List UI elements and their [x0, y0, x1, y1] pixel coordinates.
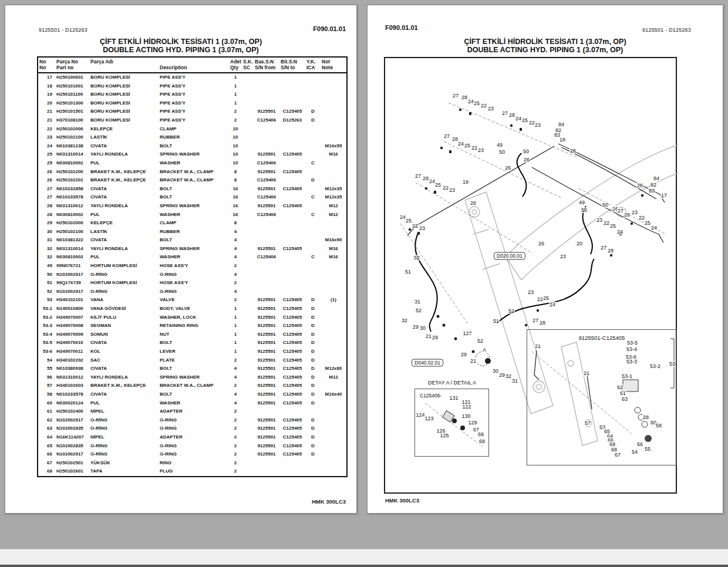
diagram-callout: 63 [621, 396, 628, 402]
col-name-tr: Parça Adı [90, 59, 157, 65]
diagram-callout: 25 [521, 117, 528, 123]
diagram-callout: 50 [581, 207, 588, 213]
diagram-callout: 54 [631, 449, 638, 455]
table-row: 52N102002917O-RİNGO-RING4 [38, 288, 347, 296]
model-footer: HMK 300LC3 [312, 498, 346, 505]
table-row: 32N031310014YAYLI RONDELASPRING WASHER49… [38, 245, 347, 254]
diagram-callout: 52 [413, 255, 420, 261]
col-sc-en: SC [243, 65, 252, 70]
diagram-callout: 51 [493, 318, 500, 324]
table-row: 53-2H349070007KİLİT PULUWASHER, LOCK1912… [38, 313, 347, 322]
diagram-ref-label: D040.02.01 [412, 359, 443, 367]
diagram-callout: 53-5 [626, 340, 638, 346]
col-note-tr: Not [322, 59, 345, 65]
diagram-callout: 55 [644, 446, 651, 452]
table-row: 60N030020124PULWASHER49125501C125405D [38, 399, 347, 408]
table-row: 28N030810002PULWASHER16C125406CM12 [38, 211, 347, 220]
col-to-en: S/N to [281, 65, 304, 70]
table-row: 66N102002917O-RİNGO-RING29125501C125405D [38, 450, 347, 459]
diagram-callout: 23 [419, 225, 426, 231]
diagram-callout: 23 [527, 289, 534, 295]
pdf-toolbar: ▾ 76.92% ▾ [0, 549, 728, 565]
table-row: 62N102002917O-RİNGO-RING29125501C125405D [38, 416, 347, 425]
table-row: 54H340102202SACPLATE29125501C125405D [38, 356, 347, 365]
col-to-tr: Bit.S.N [281, 59, 304, 65]
diagram-callout: 67 [614, 452, 621, 458]
table-row: 53-3H349070008SEGMANRETAINING RING191255… [38, 322, 347, 330]
col-note-en: Note [322, 65, 345, 70]
diagram-callout: 21 [534, 343, 541, 349]
diagram-callout: 27 [443, 133, 450, 139]
diagram-callout: 23 [631, 210, 638, 215]
table-row: 27N010232858CIVATABOLT169125501C125405M1… [38, 185, 347, 194]
col-from-en: S/N from [255, 65, 278, 70]
diagram-callout: 23 [487, 106, 494, 112]
table-row: 67H250102501YÜKSÜKRING2 [38, 459, 347, 468]
diagram-callout: 22 [480, 103, 487, 109]
table-row: 25N031310014YAYLI RONDELASPRING WASHER10… [38, 150, 347, 159]
page-title-tr: ÇİFT ETKİLİ HİDROLİK TESİSATI 1 (3.07m, … [5, 38, 356, 46]
diagram-callout: 20 [576, 241, 583, 247]
diagram-callout: 50 [602, 202, 609, 208]
diagram-callout: 30 [419, 325, 426, 331]
table-row: 23H250102100LASTİKRUBBER10 [38, 133, 347, 142]
diagram-callout: 23 [534, 122, 541, 128]
table-row: 57H340102603BRAKET K.M., KELEPÇEBRACKET … [38, 382, 347, 390]
table-row: 26H250102200BRAKET K.M., KELEPÇEBRACKET … [38, 168, 347, 177]
diagram-callout: 25 [434, 182, 441, 188]
table-row: 53-6H349070011KOLLEVER19125501C125405D [38, 347, 347, 356]
diagram-callout: 31 [511, 378, 518, 384]
diagram-callout: 22 [537, 296, 544, 302]
diagram-callout: 26 [538, 241, 545, 247]
detail-a-title: DETAY A / DETAIL A [428, 380, 476, 386]
table-row: 50N102002917O-RİNGO-RING4 [38, 271, 347, 279]
parts-table-body: 17H250100601BORU KOMPLESİPIPE ASS'Y118H2… [38, 73, 347, 477]
table-row: 19H250101100BORU KOMPLESİPIPE ASS'Y1 [38, 90, 347, 99]
diagram-callout: 127 [462, 330, 472, 336]
diagram-callout: 68 [478, 438, 486, 444]
table-row: 21H250101501BORU KOMPLESİPIPE ASS'Y29125… [38, 107, 347, 116]
diagram-callout: 25 [464, 143, 471, 148]
diagram-callout: 52 [415, 308, 422, 313]
table-row: 32N030810002PULWASHER4C125406CM16 [38, 253, 347, 262]
diagram-callout: A [482, 347, 487, 353]
table-row: 24N010381238CIVATABOLT10M16x55 [38, 142, 347, 151]
diagram-callout: 28 [539, 320, 546, 326]
diagram-callout: 62 [616, 384, 623, 390]
col-no-tr: No [39, 59, 52, 65]
diagram-callout: 125 [439, 433, 449, 438]
diagram-callout: 18 [559, 137, 566, 143]
diagram-callout: 123 [424, 416, 434, 421]
col-ica-tr: Y.K. [306, 59, 319, 65]
diagram-callout: 24 [549, 302, 556, 308]
diagram-callout: 21 [583, 370, 590, 376]
model-footer: HMK 300LC3 [385, 497, 419, 504]
diagram-callout: 23 [477, 147, 484, 153]
table-row: 53-1N140010800VANA GÖVDESİBODY, VALVE191… [38, 305, 347, 313]
page-title-tr: ÇİFT ETKİLİ HİDROLİK TESİSATI 1 (3.07m, … [368, 38, 723, 46]
col-desc-en: Description [160, 65, 228, 70]
table-row: 28N031310012YAYLI RONDELASPRING WASHER16… [38, 202, 347, 211]
table-row: 20H250101300BORU KOMPLESİPIPE ASS'Y1 [38, 99, 347, 108]
diagram-callout: 52 [508, 308, 515, 314]
diagram-callout: 22 [412, 223, 419, 229]
diagram-callout: 29 [460, 352, 467, 357]
diagram-ref-label: D020.00.01 [494, 252, 525, 260]
diagram-callout: 49 [578, 200, 585, 205]
diagram-callout: 17 [660, 193, 668, 198]
detail-b-box: 9125501-C125405 [527, 329, 677, 465]
col-no-en: No [39, 65, 52, 70]
table-row: 31N010381322CIVATABOLT4M16x90 [38, 236, 347, 245]
diagram-callout: 28 [642, 414, 649, 420]
table-row: 53-4H349070009SOMUNNUT19125501C125405D [38, 330, 347, 339]
diagram-callout: 25 [609, 223, 616, 229]
col-from-tr: Bas.S.N [255, 59, 278, 65]
window-bottom-edge [0, 565, 728, 567]
diagram-callout: 58 [655, 423, 662, 428]
diagram-callout: 57 [584, 420, 591, 426]
figure-code: F090.01.01 [385, 24, 418, 31]
diagram-callout: 29 [432, 335, 439, 340]
pdf-viewer: 9125501 - D125263 F090.01.01 ÇİFT ETKİLİ… [0, 0, 728, 567]
table-row: 18H250101001BORU KOMPLESİPIPE ASS'Y1 [38, 82, 347, 91]
table-row: 53H340102101VANAVALVE29125501C125405D(1) [38, 296, 347, 305]
